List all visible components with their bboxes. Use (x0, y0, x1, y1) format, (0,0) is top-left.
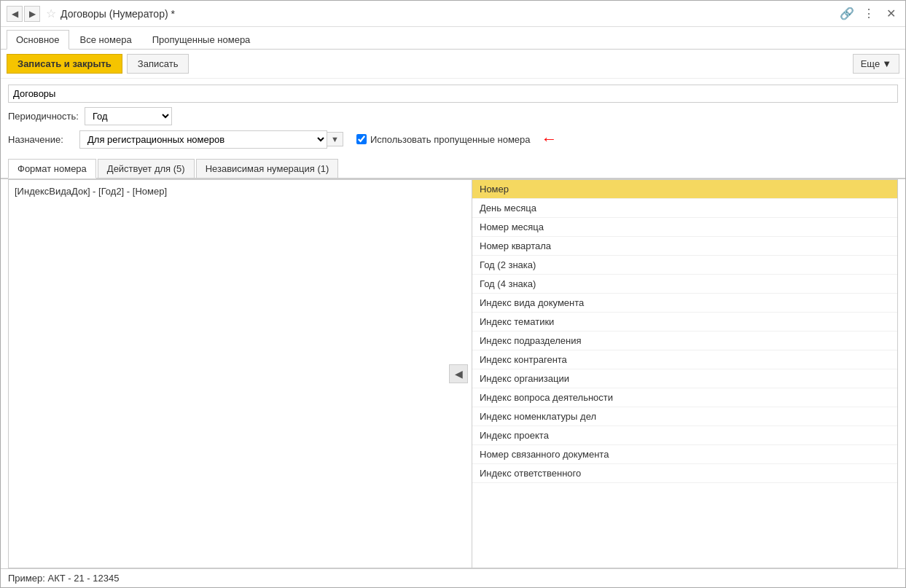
nav-buttons: ◀ ▶ (7, 6, 40, 22)
token-item[interactable]: Индекс подразделения (472, 332, 897, 350)
toolbar-left: Записать и закрыть Записать (7, 54, 189, 74)
toolbar: Записать и закрыть Записать Еще ▼ (1, 50, 905, 79)
content-panels: [ИндексВидаДок] - [Год2] - [Номер] ◀ Ном… (1, 179, 905, 568)
token-item[interactable]: Индекс проекта (472, 426, 897, 445)
top-tabs: Основное Все номера Пропущенные номера (1, 27, 905, 50)
favorite-icon[interactable]: ☆ (46, 7, 56, 20)
menu-icon[interactable]: ⋮ (860, 5, 878, 23)
more-button[interactable]: Еще ▼ (853, 54, 899, 74)
token-item[interactable]: Год (4 знака) (472, 275, 897, 294)
token-item[interactable]: Номер месяца (472, 218, 897, 237)
token-item[interactable]: Индекс вопроса деятельности (472, 388, 897, 407)
period-label: Периодичность: (8, 111, 79, 122)
red-arrow-icon: ← (542, 130, 558, 149)
use-missed-label[interactable]: Использовать пропущенные номера (370, 134, 531, 145)
name-input[interactable] (8, 85, 898, 103)
dest-label: Назначение: (8, 134, 74, 145)
token-item[interactable]: Индекс номенклатуры дел (472, 407, 897, 426)
token-item[interactable]: Индекс тематики (472, 313, 897, 332)
period-select-wrap: Год (85, 107, 172, 125)
dest-select-btn[interactable]: ▼ (327, 132, 343, 146)
form-area: Периодичность: Год Назначение: Для регис… (1, 79, 905, 159)
period-select[interactable]: Год (85, 107, 172, 125)
inner-tab-independent[interactable]: Независимая нумерация (1) (196, 159, 339, 178)
tokens-list: НомерДень месяцаНомер месяцаНомер кварта… (472, 179, 898, 568)
dest-select[interactable]: Для регистрационных номеров (79, 130, 327, 149)
dest-select-wrap: Для регистрационных номеров ▼ (79, 130, 343, 149)
window-title: Договоры (Нумератор) * (60, 8, 838, 20)
titlebar-actions: 🔗 ⋮ ✕ (838, 5, 899, 23)
save-close-button[interactable]: Записать и закрыть (7, 54, 122, 74)
format-content: [ИндексВидаДок] - [Год2] - [Номер] (15, 186, 167, 197)
back-button[interactable]: ◀ (7, 6, 23, 22)
tab-all-numbers[interactable]: Все номера (71, 30, 141, 49)
token-item[interactable]: Индекс организации (472, 369, 897, 388)
forward-icon: ▶ (29, 9, 36, 19)
dest-row: Назначение: Для регистрационных номеров … (8, 130, 898, 149)
close-icon[interactable]: ✕ (882, 5, 899, 23)
token-item[interactable]: Год (2 знака) (472, 256, 897, 275)
more-arrow-icon: ▼ (882, 58, 891, 69)
tab-missed-numbers[interactable]: Пропущенные номера (143, 30, 260, 49)
back-icon: ◀ (12, 9, 18, 19)
insert-button[interactable]: ◀ (449, 364, 468, 383)
inner-tab-applies[interactable]: Действует для (5) (98, 159, 195, 178)
more-label: Еще (861, 58, 880, 69)
status-bar: Пример: АКТ - 21 - 12345 (1, 568, 905, 587)
token-item[interactable]: Номер (472, 180, 897, 199)
save-button[interactable]: Записать (127, 54, 190, 74)
use-missed-checkbox[interactable] (356, 134, 367, 144)
link-icon[interactable]: 🔗 (838, 5, 856, 23)
use-missed-wrap: Использовать пропущенные номера ← (356, 130, 558, 149)
token-item[interactable]: Индекс контрагента (472, 350, 897, 369)
example-text: Пример: АКТ - 21 - 12345 (8, 573, 119, 584)
insert-btn-col: ◀ (445, 179, 472, 568)
main-window: ◀ ▶ ☆ Договоры (Нумератор) * 🔗 ⋮ ✕ Основ… (0, 0, 906, 588)
token-item[interactable]: Индекс вида документа (472, 294, 897, 313)
titlebar: ◀ ▶ ☆ Договоры (Нумератор) * 🔗 ⋮ ✕ (1, 1, 905, 27)
format-editor[interactable]: [ИндексВидаДок] - [Год2] - [Номер] (8, 179, 445, 568)
name-field-wrap (8, 85, 898, 103)
token-item[interactable]: Индекс ответственного (472, 464, 897, 483)
token-item[interactable]: Номер квартала (472, 237, 897, 256)
forward-button[interactable]: ▶ (24, 6, 40, 22)
inner-tabs: Формат номера Действует для (5) Независи… (1, 159, 905, 179)
token-item[interactable]: Номер связанного документа (472, 445, 897, 464)
token-item[interactable]: День месяца (472, 199, 897, 218)
period-row: Периодичность: Год (8, 107, 898, 125)
tab-main[interactable]: Основное (7, 30, 69, 50)
inner-tab-format[interactable]: Формат номера (8, 159, 96, 179)
